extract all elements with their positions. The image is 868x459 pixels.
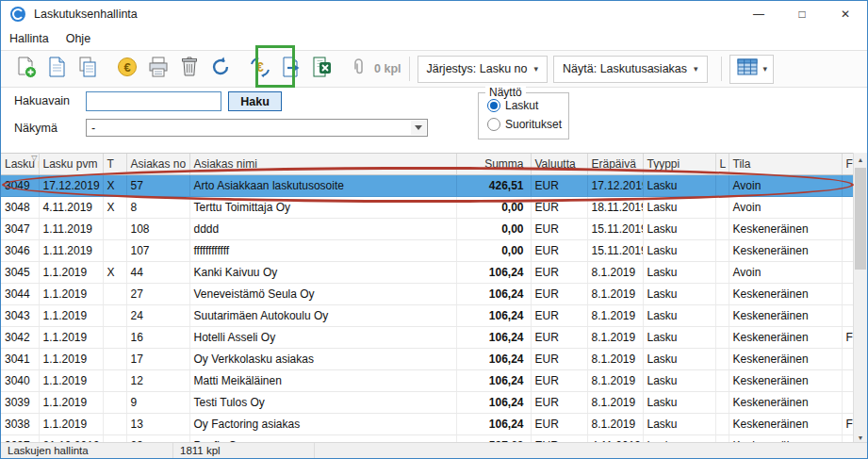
radio-label-suoritukset: Suoritukset (505, 118, 562, 131)
cell-asiakas-nimi: Kanki Kaivuu Oy (189, 262, 456, 284)
radio-label-laskut: Laskut (505, 99, 538, 112)
cell-tyyppi: Lasku (643, 305, 715, 327)
view-filter-dropdown[interactable]: Näytä: Laskutusasiakas ▾ (553, 56, 708, 83)
column-header-asiakas-nimi[interactable]: Asiakas nimi (189, 154, 456, 175)
invoice-row[interactable]: 304917.12.2019X57Arto Asiakkaan laskutus… (1, 175, 855, 197)
payments-button[interactable]: € (112, 54, 142, 84)
cell-l (715, 262, 729, 284)
document-icon (44, 55, 69, 83)
cell-asiakas-no: 27 (126, 284, 189, 305)
scrollbar-thumb[interactable] (855, 168, 866, 270)
open-invoice-button[interactable] (41, 54, 72, 84)
minimize-button[interactable]: — (737, 1, 780, 27)
invoice-row[interactable]: 30431.1.201924Suutarimäen Autokoulu Oy10… (1, 305, 855, 327)
invoice-row[interactable]: 30401.1.201912Matti Meikäläinen106,24EUR… (1, 370, 855, 392)
invoice-row[interactable]: 30391.1.20199Testi Tulos Oy106,24EUR8.1.… (1, 392, 855, 414)
cell-lasku-no: 3045 (1, 262, 39, 284)
invoice-row[interactable]: 30441.1.201927Veneveistämö Seula Oy106,2… (1, 284, 855, 305)
cell-summa: 106,24 (456, 327, 531, 349)
cell-t: X (103, 262, 126, 284)
menu-hallinta[interactable]: Hallinta (1, 29, 57, 48)
column-header-l[interactable]: L (715, 154, 729, 175)
vertical-scrollbar[interactable]: ▲ ▼ (853, 153, 867, 445)
search-button[interactable]: Haku (228, 91, 282, 111)
delete-button[interactable] (174, 54, 205, 84)
invoice-header-row: Lasku no▽Lasku pvmTAsiakas noAsiakas nim… (1, 154, 855, 175)
sort-order-dropdown[interactable]: Järjestys: Lasku no ▾ (418, 56, 549, 83)
view-selector-combobox[interactable]: - (86, 119, 428, 137)
cell-summa: 106,24 (456, 414, 531, 435)
view-filter-label: Näytä: Laskutusasiakas (563, 62, 687, 75)
cell-erapaiva: 8.1.2019 (587, 284, 643, 305)
search-input[interactable] (86, 91, 221, 111)
cell-t (103, 414, 126, 435)
cell-asiakas-no: 24 (126, 305, 189, 327)
cell-l (715, 305, 729, 327)
scroll-up-icon[interactable]: ▲ (854, 153, 867, 167)
cell-tila: Keskeneräinen (729, 370, 842, 392)
refresh-icon (208, 55, 233, 83)
excel-export-button[interactable] (307, 54, 337, 84)
cell-t (103, 305, 126, 327)
cell-lasku-no: 3043 (1, 305, 39, 327)
column-header-t[interactable]: T (103, 154, 126, 175)
refresh-button[interactable] (205, 54, 236, 84)
toolbar: € € 0 kpl Järjestys: Lasku no ▾ (1, 50, 867, 88)
cell-tila: Keskeneräinen (729, 327, 842, 349)
cell-asiakas-no: 57 (126, 175, 189, 197)
cell-lasku-pvm: 17.12.2019 (39, 175, 103, 197)
column-header-valuutta[interactable]: Valuutta (531, 154, 587, 175)
cell-summa: 106,24 (456, 305, 531, 327)
column-header-tyyppi[interactable]: Tyyppi (643, 154, 715, 175)
invoice-row[interactable]: 30484.11.2019X8Terttu Toimittaja Oy0,00E… (1, 197, 855, 219)
cell-lasku-pvm: 1.1.2019 (39, 370, 103, 392)
cell-asiakas-no: 108 (126, 219, 189, 240)
cell-summa: 106,24 (456, 370, 531, 392)
invoice-row[interactable]: 30461.11.2019107ffffffffffff0,00EUR15.11… (1, 240, 855, 262)
cell-t (103, 370, 126, 392)
print-button[interactable] (143, 54, 173, 84)
cell-l (715, 392, 729, 414)
close-button[interactable]: ✕ (824, 1, 867, 27)
cell-t (103, 327, 126, 349)
titlebar: Laskutuksenhallinta — □ ✕ (1, 1, 867, 27)
radio-icon[interactable] (487, 118, 500, 131)
column-header-asiakas-no[interactable]: Asiakas no (126, 154, 189, 175)
cell-tyyppi: Lasku (643, 219, 715, 240)
invoice-row[interactable]: 30381.1.201913Oy Factoring asiakas106,24… (1, 414, 855, 435)
display-groupbox: Näyttö Laskut Suoritukset (478, 92, 569, 139)
menu-ohje[interactable]: Ohje (57, 29, 99, 48)
column-header-lasku-pvm[interactable]: Lasku pvm (39, 154, 103, 175)
display-radio-option[interactable]: Laskut (487, 99, 568, 112)
invoice-row[interactable]: 30421.1.201916Hotelli Asseli Oy106,24EUR… (1, 327, 855, 349)
invoice-row[interactable]: 30411.1.201917Oy Verkkolasku asiakas106,… (1, 349, 855, 370)
cell-lasku-no: 3040 (1, 370, 39, 392)
invoice-row[interactable]: 30471.11.2019108dddd0,00EUR15.11.2019Las… (1, 219, 855, 240)
cell-valuutta: EUR (531, 284, 587, 305)
export-icon (279, 55, 303, 83)
menubar: Hallinta Ohje (1, 27, 867, 50)
cell-erapaiva: 8.1.2019 (587, 349, 643, 370)
radio-icon[interactable] (487, 99, 500, 112)
column-header-tila[interactable]: Tila (729, 154, 842, 175)
sort-indicator-icon: ▽ (31, 154, 37, 162)
cell-tila: Keskeneräinen (729, 240, 842, 262)
sort-order-label: Järjestys: Lasku no (427, 62, 528, 75)
cell-asiakas-nimi: Testi Tulos Oy (189, 392, 456, 414)
copy-icon (75, 55, 100, 83)
display-radio-option[interactable]: Suoritukset (487, 118, 568, 131)
attachments-indicator[interactable]: 0 kpl (349, 57, 401, 81)
copy-invoice-button[interactable] (73, 54, 103, 84)
cell-l (715, 197, 729, 219)
column-header-erapaiva[interactable]: Eräpäivä (587, 154, 643, 175)
grid-columns-button[interactable]: ▾ (729, 55, 775, 84)
maximize-button[interactable]: □ (780, 1, 824, 27)
cell-l (715, 370, 729, 392)
column-header-summa[interactable]: Summa (456, 154, 531, 175)
column-header-lasku-no[interactable]: Lasku no▽ (1, 154, 39, 175)
currency-update-button[interactable]: € (245, 54, 275, 84)
new-invoice-button[interactable] (10, 54, 41, 84)
invoice-row[interactable]: 30451.1.2019X44Kanki Kaivuu Oy106,24EUR8… (1, 262, 855, 284)
export-button[interactable] (276, 54, 306, 84)
combo-dropdown-icon[interactable] (411, 121, 426, 135)
